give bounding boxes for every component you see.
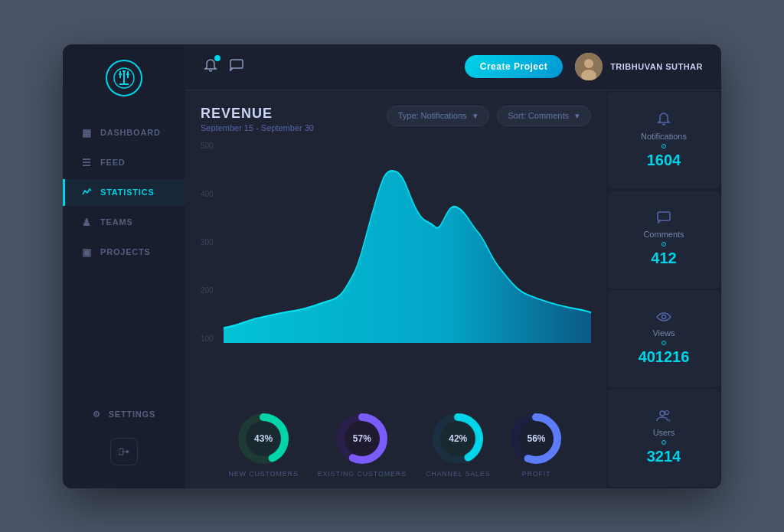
- projects-icon: ▣: [80, 246, 93, 258]
- notifications-dot: [662, 144, 666, 149]
- chart-inner: [224, 142, 591, 343]
- svg-point-29: [662, 315, 666, 318]
- svg-point-13: [584, 59, 593, 68]
- stats-sidebar: Notifications 1604 Comments 412: [606, 90, 721, 488]
- stat-card-notifications: Notifications 1604: [608, 92, 720, 190]
- statistics-icon: [80, 187, 93, 198]
- revenue-header: REVENUE September 15 - September 30 Type…: [201, 106, 591, 132]
- revenue-date: September 15 - September 30: [201, 123, 387, 132]
- revenue-title: REVENUE: [201, 106, 387, 122]
- svg-point-30: [660, 411, 665, 416]
- svg-rect-11: [230, 60, 243, 68]
- comments-value: 412: [651, 250, 676, 267]
- notifications-icon: [657, 112, 671, 129]
- revenue-filters: Type: Notifications ▾ Sort: Comments ▾: [387, 106, 591, 126]
- donut-profit-label: PROFIT: [522, 470, 551, 478]
- revenue-title-block: REVENUE September 15 - September 30: [201, 106, 387, 132]
- users-label: Users: [653, 428, 675, 437]
- views-icon: [656, 312, 671, 325]
- share-button[interactable]: [110, 438, 138, 465]
- user-name: TRIBHUVAN SUTHAR: [610, 62, 703, 71]
- donuts-row: 43% NEW CUSTOMERS 57% EXISTING CUSTOM: [201, 404, 591, 488]
- donut-new-customers-label: NEW CUSTOMERS: [228, 470, 298, 478]
- chevron-down-icon: ▾: [473, 111, 478, 121]
- stat-card-comments: Comments 412: [608, 191, 720, 289]
- stat-card-views: Views 401216: [608, 290, 720, 388]
- sidebar-bottom: ⚙ Settings: [77, 403, 171, 473]
- sidebar-item-teams[interactable]: ♟ Teams: [63, 209, 185, 236]
- users-dot: [662, 440, 666, 445]
- topbar-icons: [204, 58, 243, 75]
- comments-dot: [662, 242, 666, 246]
- bell-badge: [214, 55, 220, 61]
- chart-area: 500 400 300 200 100: [201, 142, 591, 404]
- donut-channel-sales-label: CHANNEL SALES: [426, 470, 491, 478]
- donut-existing-customers: 57% EXISTING CUSTOMERS: [318, 412, 407, 478]
- topbar: Create Project TRIBHUVAN SUTHAR: [185, 44, 721, 90]
- svg-point-31: [665, 411, 669, 415]
- sidebar-nav: ▦ Dashboard ☰ Feed Statistics ♟ Teams ▣ …: [63, 119, 185, 403]
- sort-filter[interactable]: Sort: Comments ▾: [497, 106, 591, 126]
- donut-profit: 56% PROFIT: [509, 412, 563, 478]
- sidebar: ▦ Dashboard ☰ Feed Statistics ♟ Teams ▣ …: [63, 44, 185, 488]
- sidebar-item-projects[interactable]: ▣ Projects: [63, 239, 185, 266]
- donut-channel-sales: 42% CHANNEL SALES: [426, 412, 491, 478]
- stat-card-users: Users 3214: [608, 389, 720, 487]
- donut-existing-customers-label: EXISTING CUSTOMERS: [318, 470, 407, 478]
- notifications-value: 1604: [647, 152, 681, 169]
- chart-svg: [224, 142, 591, 343]
- sidebar-item-statistics[interactable]: Statistics: [63, 179, 185, 206]
- type-filter[interactable]: Type: Notifications ▾: [387, 106, 489, 126]
- chevron-down-icon-2: ▾: [575, 111, 580, 121]
- chat-icon[interactable]: [230, 59, 243, 74]
- views-value: 401216: [639, 348, 690, 366]
- avatar: [575, 53, 603, 80]
- content-main: REVENUE September 15 - September 30 Type…: [185, 90, 606, 488]
- sidebar-item-settings[interactable]: ⚙ Settings: [77, 403, 171, 426]
- chart-y-labels: 500 400 300 200 100: [201, 142, 218, 343]
- dashboard-icon: ▦: [80, 127, 93, 139]
- views-label: Views: [652, 328, 675, 338]
- dashboard: ▦ Dashboard ☰ Feed Statistics ♟ Teams ▣ …: [63, 44, 721, 488]
- main-area: Create Project TRIBHUVAN SUTHAR REV: [185, 44, 721, 488]
- sidebar-item-feed[interactable]: ☰ Feed: [63, 149, 185, 176]
- create-project-button[interactable]: Create Project: [465, 55, 563, 78]
- comments-icon: [657, 211, 671, 227]
- content-area: REVENUE September 15 - September 30 Type…: [185, 90, 721, 488]
- svg-rect-28: [658, 212, 670, 220]
- views-dot: [662, 341, 666, 345]
- notifications-bell-icon[interactable]: [204, 58, 217, 75]
- feed-icon: ☰: [80, 157, 93, 168]
- donut-new-customers: 43% NEW CUSTOMERS: [228, 412, 298, 478]
- sidebar-logo: [106, 60, 142, 96]
- sidebar-item-dashboard[interactable]: ▦ Dashboard: [63, 119, 185, 146]
- comments-label: Comments: [643, 230, 684, 239]
- users-value: 3214: [647, 448, 681, 465]
- user-avatar-area[interactable]: TRIBHUVAN SUTHAR: [575, 53, 703, 80]
- users-icon: [656, 410, 671, 425]
- teams-icon: ♟: [80, 217, 93, 228]
- notifications-label: Notifications: [641, 132, 687, 141]
- settings-icon: ⚙: [93, 410, 101, 419]
